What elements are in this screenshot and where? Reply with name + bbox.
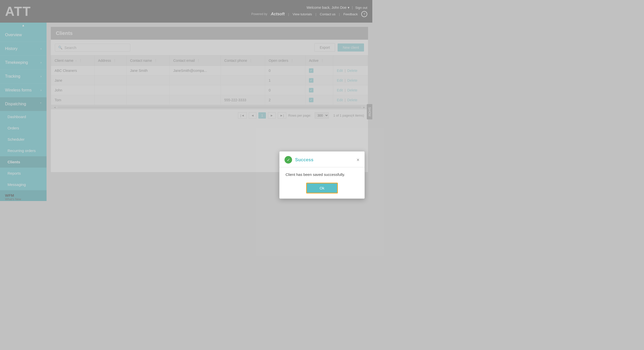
modal-body: Client has been saved successfully. <box>279 167 365 179</box>
modal-overlay: ✓ Success × Client has been saved succes… <box>47 23 372 201</box>
modal-footer: Ok <box>279 179 365 198</box>
success-modal: ✓ Success × Client has been saved succes… <box>279 151 365 199</box>
modal-title: Success <box>295 157 353 163</box>
ok-button[interactable]: Ok <box>306 183 338 193</box>
modal-message: Client has been saved successfully. <box>286 172 358 177</box>
success-checkmark-icon: ✓ <box>285 156 292 164</box>
main-layout: ▲ Overview History › Timekeeping › Track… <box>0 23 372 201</box>
modal-close-button[interactable]: × <box>356 157 359 162</box>
content-area: Clients 🔍 Export New client Client name … <box>47 23 372 201</box>
modal-header: ✓ Success × <box>279 152 365 167</box>
